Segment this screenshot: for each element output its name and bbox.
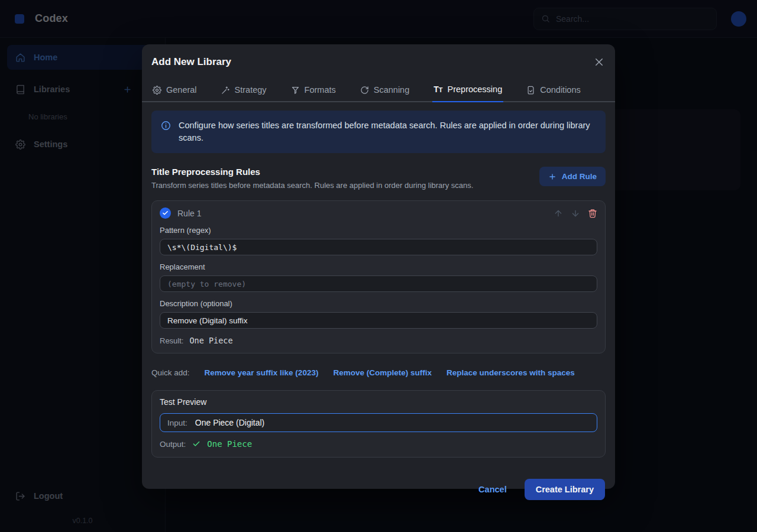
- create-library-button[interactable]: Create Library: [525, 479, 605, 500]
- refresh-icon: [360, 86, 369, 95]
- arrow-down-icon: [571, 209, 580, 218]
- quick-add-complete-suffix[interactable]: Remove (Complete) suffix: [333, 368, 432, 377]
- tab-scanning[interactable]: Scanning: [359, 79, 410, 102]
- test-output-value: One Piece: [207, 439, 252, 449]
- tab-label: General: [166, 85, 197, 95]
- type-icon: TT: [434, 85, 442, 94]
- wand-icon: [221, 86, 230, 95]
- info-banner-text: Configure how series titles are transfor…: [179, 119, 596, 144]
- plus-icon: [548, 173, 557, 181]
- test-input[interactable]: [195, 418, 590, 427]
- delete-rule-button[interactable]: [588, 209, 597, 218]
- cancel-button[interactable]: Cancel: [478, 485, 507, 494]
- tab-strategy[interactable]: Strategy: [220, 79, 268, 102]
- tab-conditions[interactable]: Conditions: [525, 79, 582, 102]
- add-rule-label: Add Rule: [562, 172, 597, 181]
- description-input[interactable]: [160, 312, 597, 329]
- add-library-modal: Add New Library General Strategy Formats: [142, 44, 615, 489]
- arrow-up-icon: [554, 209, 563, 218]
- file-check-icon: [526, 86, 535, 95]
- tab-formats[interactable]: Formats: [290, 79, 337, 102]
- replacement-label: Replacement: [160, 262, 597, 271]
- test-preview-card: Test Preview Input: Output: One Piece: [151, 390, 606, 458]
- tab-preprocessing[interactable]: TT Preprocessing: [432, 79, 503, 102]
- quick-add-row: Quick add: Remove year suffix like (2023…: [151, 368, 606, 377]
- test-preview-title: Test Preview: [160, 397, 597, 407]
- tab-label: Formats: [305, 85, 336, 95]
- pattern-label: Pattern (regex): [160, 226, 597, 235]
- move-rule-down-button[interactable]: [571, 209, 580, 218]
- pattern-input[interactable]: [160, 239, 597, 255]
- test-input-label: Input:: [167, 419, 187, 427]
- rule-name: Rule 1: [177, 209, 201, 218]
- tab-label: Preprocessing: [448, 85, 503, 94]
- section-title: Title Preprocessing Rules: [151, 167, 473, 177]
- quick-add-underscores[interactable]: Replace underscores with spaces: [447, 368, 575, 377]
- info-icon: [161, 121, 171, 144]
- result-value: One Piece: [189, 336, 232, 345]
- rule-enabled-checkbox[interactable]: [160, 207, 171, 219]
- gear-icon: [153, 86, 161, 95]
- rule-card: Rule 1: [151, 200, 606, 353]
- modal-tabs: General Strategy Formats Scanning TT Pre…: [142, 79, 615, 102]
- modal-title: Add New Library: [151, 56, 231, 68]
- move-rule-up-button[interactable]: [554, 209, 563, 218]
- tab-general[interactable]: General: [151, 79, 198, 102]
- quick-add-label: Quick add:: [151, 368, 190, 377]
- test-input-box[interactable]: Input:: [160, 413, 597, 432]
- check-icon: [192, 440, 200, 448]
- section-subtitle: Transform series titles before metadata …: [151, 181, 473, 190]
- tab-label: Scanning: [374, 85, 409, 95]
- info-banner: Configure how series titles are transfor…: [151, 111, 606, 153]
- trash-icon: [588, 209, 597, 218]
- test-output-label: Output:: [160, 440, 186, 449]
- tab-label: Conditions: [540, 85, 581, 95]
- quick-add-year-suffix[interactable]: Remove year suffix like (2023): [205, 368, 319, 377]
- tab-label: Strategy: [235, 85, 267, 95]
- replacement-input[interactable]: [160, 275, 597, 292]
- result-label: Result:: [160, 336, 183, 345]
- add-rule-button[interactable]: Add Rule: [539, 167, 606, 186]
- close-icon[interactable]: [593, 56, 606, 69]
- filter-icon: [291, 86, 300, 95]
- description-label: Description (optional): [160, 299, 597, 308]
